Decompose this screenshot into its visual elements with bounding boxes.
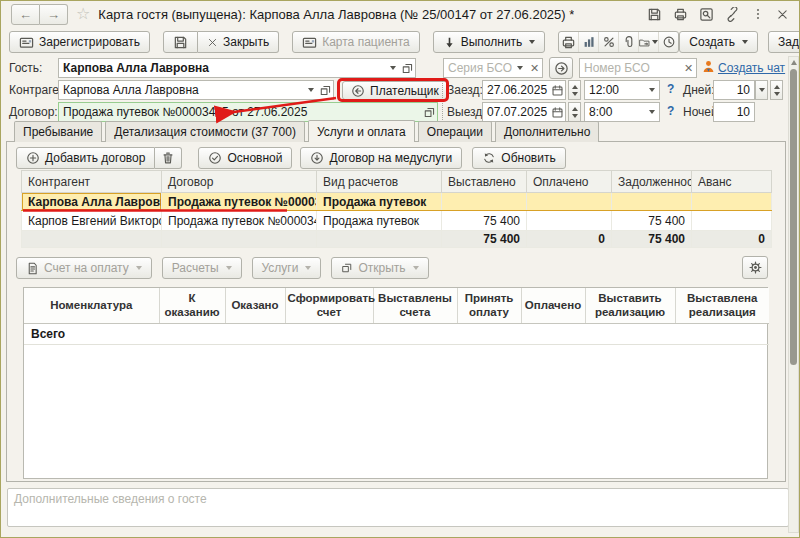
open-icon[interactable] (400, 59, 415, 77)
tab-additional[interactable]: Дополнительно (495, 121, 599, 142)
open-button: Открыть (331, 257, 428, 279)
col-paid[interactable]: Оплачено (527, 171, 612, 193)
tasks-button[interactable]: Задачи (768, 31, 800, 53)
col-advance[interactable]: Аванс (692, 171, 772, 193)
bso-series-input[interactable]: Серия БСО ✕ (443, 58, 543, 78)
med-contract-button[interactable]: Договор на медуслуги (300, 147, 462, 169)
link-icon[interactable] (725, 7, 740, 22)
forward-button[interactable]: → (40, 4, 68, 25)
col-debt[interactable]: Задолженность (612, 171, 692, 193)
scroll-up-arrow-icon[interactable] (791, 60, 797, 65)
tab-stay[interactable]: Пребывание (14, 121, 102, 142)
days-spinner[interactable] (770, 80, 783, 100)
export-folder-button[interactable] (638, 32, 658, 52)
print-button[interactable] (559, 32, 578, 52)
attachments-clip-button[interactable] (618, 32, 638, 52)
table-row[interactable]: Карпов Евгений Викторович Продажа путево… (22, 211, 772, 231)
days-input[interactable]: 10 (713, 80, 755, 100)
guest-input[interactable]: Карпова Алла Лавровна (58, 58, 416, 78)
execute-button[interactable]: Выполнить (433, 31, 546, 53)
col-settlement-type[interactable]: Вид расчетов (317, 171, 442, 193)
tab-strip: Пребывание Детализация стоимости (37 700… (14, 120, 602, 142)
back-button[interactable]: ← (11, 4, 40, 25)
favorite-star-icon[interactable]: ☆ (76, 6, 90, 22)
calendar-icon[interactable] (550, 103, 565, 121)
patient-card-button: Карта пациента (292, 31, 420, 53)
dropdown-arrow-icon[interactable] (303, 81, 318, 99)
contracts-table: Контрагент Договор Вид расчетов Выставле… (21, 170, 772, 248)
dropdown-arrow-icon (742, 40, 748, 44)
services-total-row: Всего (24, 323, 769, 344)
table-row-selected[interactable]: Карпова Алла Лавровна Продажа путевок №0… (22, 193, 772, 211)
quick-actions-group (558, 31, 679, 53)
bso-number-input[interactable]: Номер БСО ✕ (579, 58, 697, 78)
preview-icon[interactable] (699, 7, 714, 22)
tab-operations[interactable]: Операции (418, 121, 492, 142)
title-bar: ← → ☆ Карта гостя (выпущена): Карпова Ал… (1, 1, 799, 27)
contractor-input[interactable]: Карпова Алла Лавровна (58, 80, 334, 100)
dropdown-arrow-icon[interactable] (644, 81, 659, 99)
bso-fill-button[interactable] (549, 57, 573, 79)
checkin-date-input[interactable]: 27.06.2025 (482, 80, 566, 100)
col-generate-invoice[interactable]: Сформировать счет (285, 288, 373, 323)
checkin-date-spinner[interactable] (568, 80, 581, 100)
create-button[interactable]: Создать (679, 31, 758, 53)
refresh-button[interactable]: Обновить (472, 147, 565, 169)
discounts-percent-button[interactable] (598, 32, 618, 52)
col-issue-sale[interactable]: Выставить реализацию (585, 288, 675, 323)
clear-icon[interactable]: ✕ (681, 59, 696, 77)
checkin-hint[interactable]: ? (667, 82, 674, 96)
open-icon[interactable] (318, 81, 333, 99)
checkout-time-input[interactable]: 8:00 (584, 102, 660, 122)
clear-icon[interactable]: ✕ (527, 59, 542, 77)
col-accept-payment[interactable]: Принять оплату (457, 288, 521, 323)
table-settings-button[interactable] (742, 256, 768, 279)
calendar-icon[interactable] (550, 81, 565, 99)
close-x-icon (207, 37, 218, 48)
primary-contract-button[interactable]: Основной (198, 147, 292, 169)
back-arrow-icon: ← (19, 7, 32, 22)
col-invoices-issued[interactable]: Выставлены счета (373, 288, 457, 323)
days-dropdown[interactable] (755, 80, 768, 100)
col-contract[interactable]: Договор (162, 171, 317, 193)
col-sale-issued[interactable]: Выставлена реализация (675, 288, 769, 323)
fields-splitter (442, 80, 443, 122)
dropdown-arrow-icon[interactable] (512, 59, 527, 77)
checkin-time-input[interactable]: 12:00 (584, 80, 660, 100)
dropdown-arrow-icon (226, 266, 232, 270)
dropdown-arrow-icon[interactable] (385, 59, 400, 77)
col-to-provide[interactable]: К оказанию (159, 288, 225, 323)
close-button[interactable]: Закрыть (198, 31, 279, 53)
col-contractor[interactable]: Контрагент (22, 171, 162, 193)
print-icon[interactable] (673, 7, 688, 22)
vertical-scrollbar[interactable] (788, 56, 799, 533)
guest-notes-input[interactable] (7, 488, 789, 527)
save-button[interactable] (163, 31, 198, 53)
col-billed[interactable]: Выставлено (442, 171, 527, 193)
col-provided[interactable]: Оказано (225, 288, 285, 323)
more-menu-icon[interactable] (751, 7, 765, 21)
down-arrow-icon (443, 36, 456, 49)
open-icon[interactable] (422, 103, 437, 121)
delete-contract-button[interactable] (155, 147, 182, 169)
checkout-date-input[interactable]: 07.07.2025 (482, 102, 566, 122)
checkout-date-spinner[interactable] (568, 102, 581, 122)
dropdown-arrow-icon[interactable] (644, 103, 659, 121)
history-button[interactable] (658, 32, 678, 52)
add-contract-button[interactable]: Добавить договор (16, 147, 155, 169)
save-icon[interactable] (647, 7, 662, 22)
payer-button[interactable]: Плательщик (342, 81, 448, 100)
tab-services-payment[interactable]: Услуги и оплата (308, 120, 415, 142)
nights-input[interactable]: 10 (713, 102, 755, 122)
tab-cost-details[interactable]: Детализация стоимости (37 700) (105, 121, 305, 142)
register-button[interactable]: Зарегистрировать (9, 31, 150, 53)
reports-chart-button[interactable] (578, 32, 598, 52)
checkout-hint[interactable]: ? (667, 104, 674, 118)
col-nomenclature[interactable]: Номенклатура (24, 288, 159, 323)
create-chat-link[interactable]: Создать чат (718, 61, 785, 75)
contract-input[interactable]: Продажа путевок №00003485 от 27.06.2025 (58, 102, 438, 122)
col-paid[interactable]: Оплачено (521, 288, 585, 323)
floppy-icon (173, 35, 188, 50)
scrollbar-thumb[interactable] (790, 69, 797, 365)
close-window-icon[interactable] (776, 8, 789, 21)
